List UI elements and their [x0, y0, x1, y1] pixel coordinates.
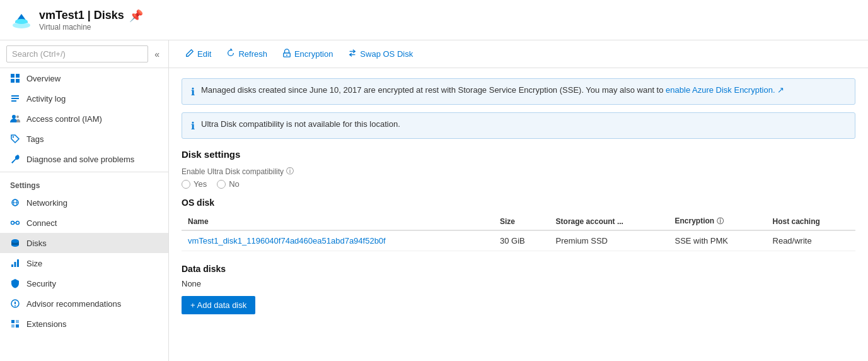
search-input[interactable] [6, 45, 148, 62]
header-title-area: vmTest1 | Disks 📌 Virtual machine [39, 9, 143, 32]
sidebar-item-activity-log[interactable]: Activity log [0, 88, 168, 109]
ultra-disk-banner-text: Ultra Disk compatibility is not availabl… [201, 119, 400, 129]
ultra-disk-no-option[interactable]: No [217, 179, 240, 189]
sse-banner-text: Managed disks created since June 10, 201… [201, 85, 784, 95]
collapse-button[interactable]: « [152, 48, 162, 61]
ultra-disk-banner: ℹ Ultra Disk compatibility is not availa… [182, 112, 855, 139]
sidebar-item-disks[interactable]: Disks [0, 233, 168, 253]
connect-icon [10, 218, 20, 228]
ultra-disk-yes-option[interactable]: Yes [182, 179, 207, 189]
table-row: vmTest1_disk1_1196040f74ad460ea51abd7a94… [182, 230, 855, 251]
sidebar-item-advisor[interactable]: Advisor recommendations [0, 293, 168, 314]
svg-rect-6 [11, 95, 19, 97]
svg-rect-22 [14, 262, 16, 267]
svg-rect-7 [11, 98, 19, 99]
sidebar-label-access-control: Access control (IAM) [26, 114, 102, 124]
disk-name-link[interactable]: vmTest1_disk1_1196040f74ad460ea51abd7a94… [188, 236, 386, 246]
disk-encryption-cell: SSE with PMK [668, 230, 766, 251]
svg-point-26 [14, 305, 16, 307]
svg-rect-30 [16, 324, 19, 328]
encryption-button[interactable]: Encryption [276, 45, 339, 62]
svg-rect-3 [16, 74, 20, 78]
disk-settings-section: Disk settings Enable Ultra Disk compatib… [182, 149, 855, 314]
add-data-disk-button[interactable]: + Add data disk [182, 296, 255, 314]
encryption-info-icon: ⓘ [717, 217, 724, 225]
svg-rect-29 [11, 324, 14, 328]
yes-label: Yes [194, 179, 207, 189]
sidebar-label-disks: Disks [26, 239, 47, 248]
svg-rect-23 [17, 259, 19, 267]
top-bar: vmTest1 | Disks 📌 Virtual machine [0, 0, 868, 40]
data-disks-title: Data disks [182, 264, 855, 274]
svg-point-10 [16, 115, 19, 118]
encryption-label: Encryption [294, 49, 333, 59]
svg-point-15 [11, 222, 14, 225]
sidebar: « Overview Activity log Access control (… [0, 40, 169, 361]
advisor-icon [10, 299, 20, 309]
size-icon [10, 258, 20, 268]
swap-os-disk-label: Swap OS Disk [360, 49, 413, 59]
sidebar-item-connect[interactable]: Connect [0, 213, 168, 233]
refresh-label: Refresh [238, 49, 267, 59]
sidebar-item-extensions[interactable]: Extensions [0, 314, 168, 334]
main-layout: « Overview Activity log Access control (… [0, 40, 868, 361]
disk-name-cell: vmTest1_disk1_1196040f74ad460ea51abd7a94… [182, 230, 494, 251]
search-bar: « [0, 40, 168, 68]
sidebar-item-security[interactable]: Security [0, 273, 168, 293]
sidebar-item-access-control[interactable]: Access control (IAM) [0, 109, 168, 129]
svg-rect-4 [11, 79, 14, 83]
swap-os-disk-button[interactable]: Swap OS Disk [342, 45, 419, 62]
yes-radio-button[interactable] [182, 180, 190, 189]
sidebar-label-tags: Tags [26, 134, 43, 144]
sidebar-item-tags[interactable]: Tags [0, 129, 168, 149]
list-icon [10, 93, 20, 104]
disks-icon [10, 238, 20, 248]
svg-point-1 [15, 19, 28, 24]
svg-point-9 [12, 115, 16, 119]
swap-icon [348, 49, 357, 59]
refresh-button[interactable]: Refresh [220, 45, 274, 62]
edit-button[interactable]: Edit [179, 45, 217, 62]
svg-point-16 [16, 222, 20, 225]
pin-icon[interactable]: 📌 [129, 9, 143, 23]
azure-vm-icon [10, 9, 33, 32]
info-circle-icon: ⓘ [286, 166, 294, 177]
svg-rect-2 [11, 74, 14, 78]
sidebar-label-size: Size [26, 259, 42, 268]
no-label: No [229, 179, 240, 189]
svg-point-11 [13, 136, 14, 138]
sidebar-item-overview[interactable]: Overview [0, 68, 168, 88]
sidebar-label-overview: Overview [26, 74, 61, 83]
network-icon [10, 198, 20, 208]
toolbar: Edit Refresh Encryption Swap OS Disk [169, 40, 868, 68]
sidebar-item-size[interactable]: Size [0, 253, 168, 273]
extensions-icon [10, 319, 20, 329]
title-text: vmTest1 | Disks [39, 9, 124, 22]
svg-rect-8 [11, 100, 16, 102]
settings-divider [0, 172, 168, 172]
sidebar-label-activity-log: Activity log [26, 94, 66, 104]
sidebar-label-security: Security [26, 279, 56, 288]
ultra-disk-label-text: Enable Ultra Disk compatibility [182, 167, 284, 176]
os-disk-title: OS disk [182, 198, 855, 208]
sse-link[interactable]: enable Azure Disk Encryption. ↗ [666, 85, 784, 95]
data-disks-none: None [182, 279, 855, 288]
disk-storage-cell: Premium SSD [550, 230, 669, 251]
disk-size-cell: 30 GiB [494, 230, 550, 251]
edit-icon [185, 49, 194, 59]
main-content: Edit Refresh Encryption Swap OS Disk [169, 40, 868, 361]
sidebar-label-connect: Connect [26, 218, 57, 228]
col-header-storage: Storage account ... [550, 213, 669, 230]
os-disk-table: Name Size Storage account ... Encryption… [182, 213, 855, 251]
col-header-host-caching: Host caching [767, 213, 855, 230]
sidebar-item-networking[interactable]: Networking [0, 192, 168, 213]
no-radio-button[interactable] [217, 180, 226, 189]
svg-rect-28 [16, 320, 19, 323]
svg-point-32 [286, 54, 287, 56]
refresh-icon [226, 49, 235, 59]
sidebar-item-diagnose[interactable]: Diagnose and solve problems [0, 149, 168, 169]
sse-info-banner: ℹ Managed disks created since June 10, 2… [182, 78, 855, 105]
col-header-encryption: Encryption ⓘ [668, 213, 766, 230]
resource-type: Virtual machine [39, 23, 143, 32]
content-area: ℹ Managed disks created since June 10, 2… [169, 68, 868, 361]
